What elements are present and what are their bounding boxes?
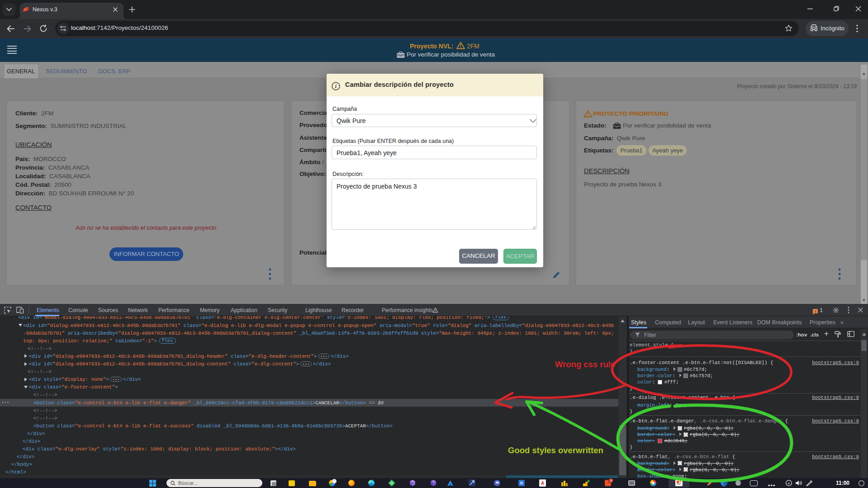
svg-text:e: e	[788, 481, 790, 485]
svg-text:i: i	[335, 83, 337, 90]
